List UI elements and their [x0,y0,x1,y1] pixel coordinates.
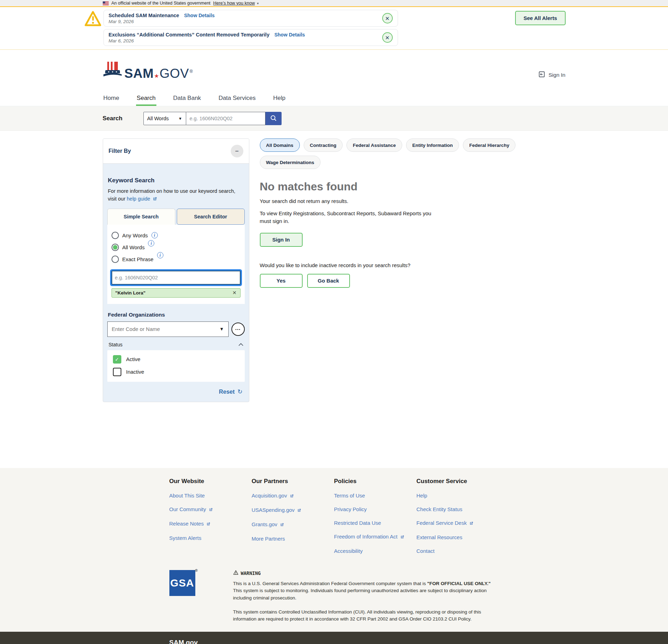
registered-mark: ® [190,69,193,74]
domain-pill-all-domains[interactable]: All Domains [260,138,300,152]
alert-date: Mar 6, 2026 [109,38,382,43]
checkbox-inactive[interactable]: Inactive [113,368,239,376]
radio-button[interactable] [112,256,119,263]
radio-any-words[interactable]: Any Words i [112,232,241,239]
chevron-up-icon [238,342,243,347]
footer-link-acquisition-gov[interactable]: Acquisition.gov [252,493,334,499]
search-label: Search [103,115,143,122]
banner-how-you-know-link[interactable]: Here’s how you know [213,1,255,6]
yes-button[interactable]: Yes [260,274,303,288]
go-back-button[interactable]: Go Back [307,274,350,288]
search-button[interactable] [265,112,282,125]
keyword-input[interactable] [112,271,241,285]
external-link-icon [206,521,210,527]
top-search-input[interactable] [186,112,265,125]
footer-link-foia[interactable]: Freedom of Information Act [334,534,417,540]
info-icon[interactable]: i [157,252,163,258]
footer-link-accessibility[interactable]: Accessibility [334,548,417,554]
nav-item-search[interactable]: Search [136,91,156,106]
checkbox-checked[interactable]: ✓ [113,355,121,364]
search-band: Search All Words ▼ [0,106,668,131]
radio-exact-phrase[interactable]: Exact Phrase i [112,256,241,263]
sam-gov-logo[interactable]: SAM★GOV® [103,61,193,80]
status-filter-box: ✓ Active Inactive [107,350,245,382]
caret-down-icon: ▼ [220,326,224,332]
footer-link-check-entity-status[interactable]: Check Entity Status [417,506,499,512]
alert-close-button[interactable]: ✕ [382,13,393,23]
footer-link-help[interactable]: Help [417,493,499,499]
footer-link-restricted-data-use[interactable]: Restricted Data Use [334,520,417,526]
footer-link-system-alerts[interactable]: System Alerts [169,535,252,541]
help-guide-link[interactable]: help guide [127,196,150,202]
alert-list: Scheduled SAM Maintenance Show Details M… [103,10,398,46]
chip-remove-icon[interactable]: ✕ [232,290,237,295]
footer-link-external-resources[interactable]: External Resources [417,534,499,540]
us-flag-icon [103,1,109,5]
footer-link-grants-gov[interactable]: Grants.gov [252,521,334,528]
radio-button[interactable] [112,232,119,239]
collapse-filters-button[interactable]: − [231,145,243,157]
external-link-icon [209,507,213,513]
checkbox-unchecked[interactable] [113,368,121,376]
red-star-icon: ★ [154,73,159,79]
status-section-header[interactable]: Status [107,342,245,347]
identity-footer: SAM.gov An official website of the U.S. … [0,632,668,644]
reset-filters-link[interactable]: Reset [219,388,235,395]
federal-org-select[interactable]: Enter Code or Name ▼ [107,321,229,337]
search-mode-select[interactable]: All Words ▼ [143,112,186,125]
results-area: All Domains Contracting Federal Assistan… [260,138,566,288]
footer-heading: Our Partners [252,478,334,485]
external-link-icon [400,534,404,540]
domain-pill-federal-assistance[interactable]: Federal Assistance [346,138,402,152]
no-results-text: Your search did not return any results. [260,198,566,204]
filter-panel: Filter By − Keyword Search For more info… [103,138,249,402]
alert-close-button[interactable]: ✕ [382,32,393,43]
check-icon: ✓ [115,357,119,362]
alert-show-details-link[interactable]: Show Details [184,13,215,18]
external-link-icon [153,196,157,204]
alert-show-details-link[interactable]: Show Details [274,32,305,38]
alert-title: Exclusions “Additional Comments” Content… [109,32,270,38]
reset-icon: ↻ [237,388,242,395]
external-link-icon [280,522,284,528]
caret-down-icon: ▼ [178,116,182,121]
footer-link-contact[interactable]: Contact [417,548,499,554]
radio-button-selected[interactable] [112,244,119,251]
no-matches-heading: No matches found [260,180,566,193]
checkbox-active[interactable]: ✓ Active [113,355,239,364]
domain-pill-entity-information[interactable]: Entity Information [406,138,459,152]
domain-pill-wage-determinations[interactable]: Wage Determinations [260,156,321,169]
tab-search-editor[interactable]: Search Editor [177,209,245,225]
nav-item-home[interactable]: Home [103,91,120,106]
footer-link-privacy-policy[interactable]: Privacy Policy [334,506,417,512]
nav-item-data-bank[interactable]: Data Bank [173,91,202,106]
logo-gov-text: GOV [160,67,189,80]
footer-col-our-partners: Our Partners Acquisition.gov USASpending… [252,478,334,554]
domain-pill-contracting[interactable]: Contracting [304,138,343,152]
footer-link-usaspending-gov[interactable]: USASpending.gov [252,507,334,514]
keyword-search-heading: Keyword Search [108,177,244,184]
info-icon[interactable]: i [148,240,154,246]
site-footer: Our Website About This Site Our Communit… [0,468,668,632]
sign-in-button[interactable]: Sign In [260,233,303,247]
footer-link-federal-service-desk[interactable]: Federal Service Desk [417,520,499,527]
federal-org-more-button[interactable]: ... [231,323,245,336]
sign-in-label: Sign In [548,72,565,78]
footer-link-our-community[interactable]: Our Community [169,506,252,513]
footer-link-more-partners[interactable]: More Partners [252,536,334,542]
see-all-alerts-button[interactable]: See All Alerts [515,11,566,25]
nav-item-data-services[interactable]: Data Services [218,91,256,106]
domain-pill-federal-hierarchy[interactable]: Federal Hierarchy [463,138,515,152]
nav-item-help[interactable]: Help [272,91,286,106]
footer-link-about-this-site[interactable]: About This Site [169,493,252,499]
logo-sam-text: SAM [124,67,154,80]
footer-link-release-notes[interactable]: Release Notes [169,521,252,527]
sign-in-link[interactable]: Sign In [538,70,565,80]
alerts-section: Scheduled SAM Maintenance Show Details M… [0,7,668,50]
close-icon: ✕ [385,16,390,21]
tab-simple-search[interactable]: Simple Search [107,209,175,225]
footer-link-terms-of-use[interactable]: Terms of Use [334,493,417,499]
status-label: Status [109,342,123,347]
info-icon[interactable]: i [151,232,158,238]
radio-all-words[interactable]: All Words i [112,244,241,251]
